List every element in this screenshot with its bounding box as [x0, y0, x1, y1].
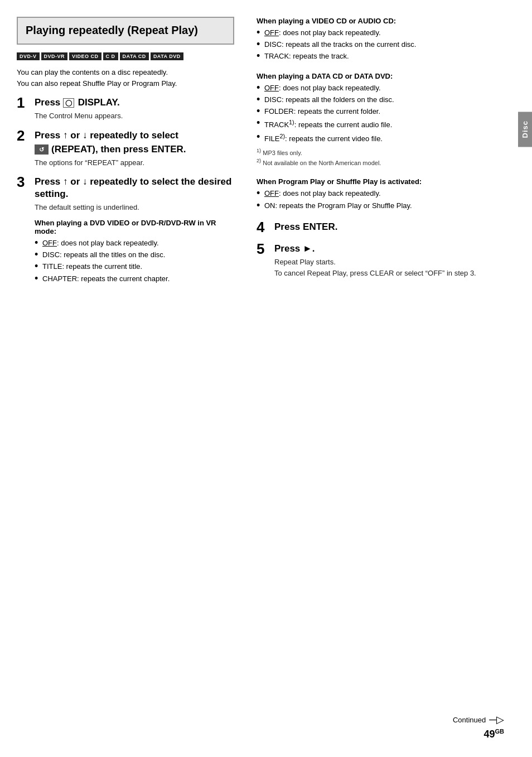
dvd-section: When playing a DVD VIDEO or DVD-R/DVD-RW… [35, 219, 234, 284]
step-1-title: Press ◯ DISPLAY. [35, 97, 234, 109]
videocd-section: When playing a VIDEO CD or AUDIO CD: • O… [257, 17, 515, 62]
step-4-number: 4 [257, 220, 274, 234]
badge-cd: C D [103, 52, 118, 60]
datacd-item-1-text: DISC: repeats all the folders on the dis… [264, 95, 394, 105]
bullet-dot: • [257, 132, 264, 142]
format-badges: DVD-V DVD-VR VIDEO CD C D DATA CD DATA D… [17, 52, 234, 60]
program-item-1-text: ON: repeats the Program Play or Shuffle … [264, 201, 412, 211]
step-5-title: Press ►. [274, 243, 515, 255]
dvd-item-2-text: TITLE: repeats the current title. [42, 262, 142, 272]
sidebar-disc-tab: Disc [518, 112, 532, 147]
intro-line2: You can also repeat Shuffle Play or Prog… [17, 78, 234, 89]
page-title: Playing repeatedly (Repeat Play) [26, 23, 225, 37]
datacd-item-3: • TRACK1): repeats the current audio fil… [257, 118, 515, 131]
step-3-content: Press ↑ or ↓ repeatedly to select the de… [35, 176, 234, 293]
page-number: 49GB [483, 728, 504, 740]
dvd-item-1: • DISC: repeats all the titles on the di… [35, 250, 234, 260]
title-box: Playing repeatedly (Repeat Play) [17, 17, 234, 45]
badge-datadvd: DATA DVD [151, 52, 183, 60]
continued-arrow-icon: ─▷ [489, 713, 504, 726]
videocd-item-0-text: OFF: does not play back repeatedly. [264, 28, 381, 38]
bullet-dot: • [257, 39, 264, 49]
bullet-dot: • [35, 261, 42, 271]
dvd-item-0: • OFF: does not play back repeatedly. [35, 238, 234, 248]
program-play-section: When Program Play or Shuffle Play is act… [257, 177, 515, 210]
step-3-title: Press ↑ or ↓ repeatedly to select the de… [35, 176, 234, 200]
step-1-content: Press ◯ DISPLAY. The Control Menu appear… [35, 97, 234, 122]
step-3-desc: The default setting is underlined. [35, 202, 234, 213]
left-column: Playing repeatedly (Repeat Play) DVD-V D… [17, 17, 251, 740]
step-3-number: 3 [17, 175, 35, 189]
dvd-item-0-text: OFF: does not play back repeatedly. [42, 238, 159, 248]
datacd-item-2: • FOLDER: repeats the current folder. [257, 107, 515, 117]
videocd-item-2-text: TRACK: repeats the track. [264, 51, 349, 61]
badge-dvdv: DVD-V [17, 52, 40, 60]
step-4: 4 Press ENTER. [257, 221, 515, 235]
step-5-content: Press ►. Repeat Play starts. To cancel R… [274, 243, 515, 278]
datacd-item-4-text: FILE2): repeats the current video file. [264, 132, 383, 144]
step-1-desc: The Control Menu appears. [35, 110, 234, 122]
page: Playing repeatedly (Repeat Play) DVD-V D… [0, 0, 532, 757]
bullet-dot: • [257, 106, 264, 116]
footnote-1: 1) MP3 files only. [257, 147, 515, 157]
datacd-item-3-text: TRACK1): repeats the current audio file. [264, 118, 392, 131]
step-2-content: Press ↑ or ↓ repeatedly to select ↺ (REP… [35, 129, 234, 168]
dvd-bullet-list: • OFF: does not play back repeatedly. • … [35, 238, 234, 284]
step-4-title: Press ENTER. [274, 221, 515, 233]
step-5-desc: Repeat Play starts. To cancel Repeat Pla… [274, 257, 515, 278]
dvd-item-0-label: OFF [42, 239, 57, 247]
step-2-desc: The options for “REPEAT” appear. [35, 157, 234, 168]
step-5: 5 Press ►. Repeat Play starts. To cancel… [257, 243, 515, 278]
repeat-icon: ↺ [35, 144, 49, 155]
videocd-bullet-list: • OFF: does not play back repeatedly. • … [257, 28, 515, 62]
program-play-header: When Program Play or Shuffle Play is act… [257, 177, 515, 186]
program-item-0-text: OFF: does not play back repeatedly. [264, 189, 381, 199]
datacd-section: When playing a DATA CD or DATA DVD: • OF… [257, 72, 515, 168]
datacd-item-1: • DISC: repeats all the folders on the d… [257, 95, 515, 105]
dvd-item-3: • CHAPTER: repeats the current chapter. [35, 274, 234, 284]
display-button-icon: ◯ [63, 98, 74, 107]
videocd-item-1-text: DISC: repeats all the tracks on the curr… [264, 40, 416, 50]
step-3: 3 Press ↑ or ↓ repeatedly to select the … [17, 176, 234, 293]
footnote-2: 2) Not available on the North American m… [257, 157, 515, 167]
bullet-dot: • [257, 51, 264, 61]
program-item-1: • ON: repeats the Program Play or Shuffl… [257, 201, 515, 211]
badge-dvdvr: DVD-VR [41, 52, 68, 60]
bullet-dot: • [35, 238, 42, 248]
dvd-item-3-text: CHAPTER: repeats the current chapter. [42, 274, 170, 284]
datacd-item-0: • OFF: does not play back repeatedly. [257, 83, 515, 93]
step-2: 2 Press ↑ or ↓ repeatedly to select ↺ (R… [17, 129, 234, 168]
badge-datacd: DATA CD [120, 52, 149, 60]
bullet-dot: • [257, 200, 264, 210]
bullet-dot: • [257, 27, 264, 37]
badge-videocd: VIDEO CD [69, 52, 101, 60]
bullet-dot: • [257, 94, 264, 104]
continued-text: Continued [453, 716, 486, 724]
intro-line1: You can play the contents on a disc repe… [17, 67, 234, 78]
step-5-number: 5 [257, 242, 274, 256]
videocd-header: When playing a VIDEO CD or AUDIO CD: [257, 17, 515, 25]
program-play-bullet-list: • OFF: does not play back repeatedly. • … [257, 189, 515, 210]
dvd-item-2: • TITLE: repeats the current title. [35, 262, 234, 272]
datacd-item-0-text: OFF: does not play back repeatedly. [264, 83, 381, 93]
step-4-content: Press ENTER. [274, 221, 515, 235]
videocd-item-2: • TRACK: repeats the track. [257, 51, 515, 61]
step-1: 1 Press ◯ DISPLAY. The Control Menu appe… [17, 97, 234, 122]
bullet-dot: • [35, 273, 42, 283]
continued-label: Continued ─▷ [453, 713, 504, 726]
bullet-dot: • [257, 118, 264, 128]
bullet-dot: • [257, 83, 264, 93]
datacd-item-2-text: FOLDER: repeats the current folder. [264, 107, 380, 117]
step-2-title: Press ↑ or ↓ repeatedly to select ↺ (REP… [35, 129, 234, 156]
bottom-bar: Continued ─▷ 49GB [453, 713, 504, 740]
bullet-dot: • [35, 249, 42, 259]
dvd-item-1-text: DISC: repeats all the titles on the disc… [42, 250, 165, 260]
step-2-number: 2 [17, 128, 35, 143]
datacd-footnotes: 1) MP3 files only. 2) Not available on t… [257, 147, 515, 167]
right-column: When playing a VIDEO CD or AUDIO CD: • O… [251, 17, 515, 740]
videocd-item-0: • OFF: does not play back repeatedly. [257, 28, 515, 38]
bullet-dot: • [257, 188, 264, 198]
videocd-item-1: • DISC: repeats all the tracks on the cu… [257, 40, 515, 50]
dvd-section-header: When playing a DVD VIDEO or DVD-R/DVD-RW… [35, 219, 234, 235]
program-item-0: • OFF: does not play back repeatedly. [257, 189, 515, 199]
